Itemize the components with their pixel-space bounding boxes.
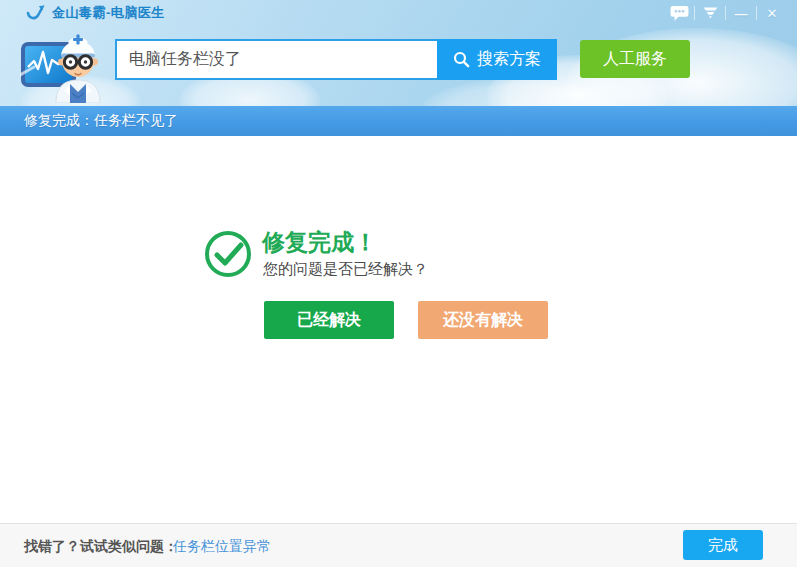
footer-bar: 找错了？试试类似问题： 任务栏位置异常 完成	[0, 523, 797, 567]
feedback-chat-button[interactable]	[664, 0, 694, 26]
main-content: 修复完成！ 您的问题是否已经解决？ 已经解决 还没有解决	[0, 136, 797, 523]
similar-problem-link[interactable]: 任务栏位置异常	[173, 538, 271, 556]
window-controls: — ✕	[664, 0, 787, 26]
repair-result-title: 修复完成！	[262, 227, 377, 258]
window-title: 金山毒霸-电脑医生	[52, 4, 165, 22]
close-button[interactable]: ✕	[757, 0, 787, 26]
menu-button[interactable]	[695, 0, 725, 26]
app-window: 金山毒霸-电脑医生 —	[0, 0, 797, 567]
close-icon: ✕	[767, 7, 778, 20]
answer-buttons: 已经解决 还没有解决	[264, 301, 548, 339]
doctor-mascot-illustration	[20, 29, 110, 103]
status-bar: 修复完成：任务栏不见了	[0, 106, 797, 136]
minimize-button[interactable]: —	[726, 0, 756, 26]
not-solved-button[interactable]: 还没有解决	[418, 301, 548, 339]
success-check-icon	[205, 231, 251, 277]
done-button[interactable]: 完成	[683, 530, 763, 560]
titlebar: 金山毒霸-电脑医生 —	[0, 0, 797, 26]
human-service-button[interactable]: 人工服务	[580, 40, 690, 78]
search-solution-button[interactable]: 搜索方案	[437, 39, 557, 80]
menu-chevron-icon	[702, 6, 719, 21]
status-text: 修复完成：任务栏不见了	[24, 112, 178, 130]
search-input[interactable]	[115, 39, 437, 80]
chat-bubble-icon	[670, 5, 689, 22]
similar-problem-hint: 找错了？试试类似问题：	[24, 538, 178, 556]
app-logo-icon	[26, 4, 46, 22]
search-bar: 搜索方案	[115, 39, 557, 80]
solved-button[interactable]: 已经解决	[264, 301, 394, 339]
minimize-icon: —	[735, 7, 748, 20]
resolved-question-text: 您的问题是否已经解决？	[263, 260, 428, 279]
search-icon	[453, 51, 470, 68]
search-button-label: 搜索方案	[477, 49, 541, 70]
